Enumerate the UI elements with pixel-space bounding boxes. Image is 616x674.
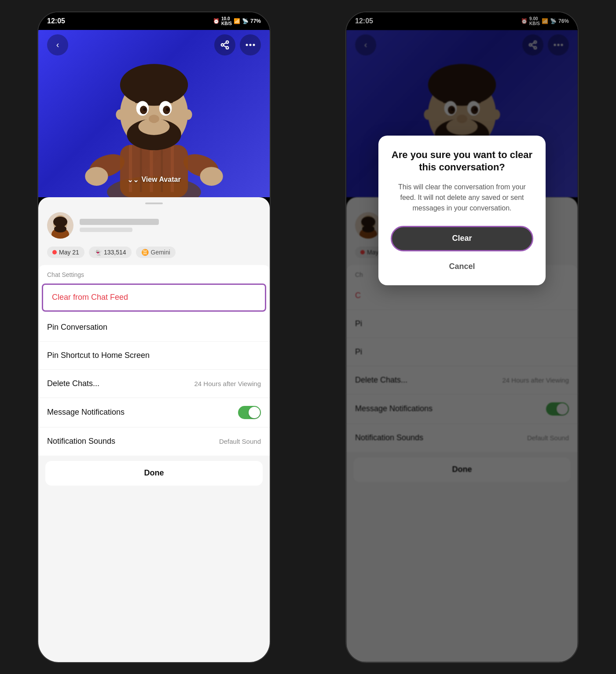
notification-sounds-item[interactable]: Notification Sounds Default Sound bbox=[38, 427, 270, 456]
time-left: 12:05 bbox=[47, 17, 65, 25]
pin-conversation-label: Pin Conversation bbox=[47, 323, 107, 332]
dialog-overlay: Are you sure you want to clear this conv… bbox=[346, 12, 578, 662]
sheet-handle-left bbox=[145, 203, 163, 204]
bottom-sheet-left: May 21 👻 133,514 ♊ Gemini Chat Settings bbox=[38, 197, 270, 662]
right-screen: 12:05 ⏰ 9.00KB/S 📶 📡 76% ‹ bbox=[346, 12, 578, 662]
settings-section-left: Chat Settings Clear from Chat Feed Pin C… bbox=[38, 265, 270, 456]
profile-sub-blurred bbox=[80, 228, 132, 232]
svg-point-5 bbox=[246, 44, 248, 46]
nav-btn-group-left bbox=[214, 34, 261, 55]
profile-info-left bbox=[80, 219, 261, 232]
score-tag-left: 👻 133,514 bbox=[89, 247, 132, 258]
svg-point-21 bbox=[120, 64, 188, 106]
zodiac-tag-left: ♊ Gemini bbox=[136, 247, 176, 258]
right-phone: 12:05 ⏰ 9.00KB/S 📶 📡 76% ‹ bbox=[345, 11, 579, 663]
left-phone-wrapper: 12:05 ⏰ 10.0KB/S 📶 📡 77% ‹ bbox=[0, 0, 308, 674]
chevron-down-icon: ⌄⌄ bbox=[127, 176, 139, 184]
profile-avatar-left bbox=[47, 212, 73, 239]
red-dot-icon bbox=[52, 250, 57, 254]
svg-point-32 bbox=[184, 109, 192, 120]
more-button-left[interactable] bbox=[240, 34, 261, 55]
svg-line-3 bbox=[224, 45, 226, 47]
profile-row-left bbox=[38, 208, 270, 243]
delete-chats-label: Delete Chats... bbox=[47, 379, 99, 388]
pin-conversation-item[interactable]: Pin Conversation bbox=[38, 313, 270, 342]
battery-left: 77% bbox=[250, 18, 261, 24]
svg-point-6 bbox=[249, 44, 252, 46]
gemini-icon: ♊ bbox=[141, 249, 149, 256]
message-notifications-item[interactable]: Message Notifications bbox=[38, 398, 270, 427]
pin-shortcut-label: Pin Shortcut to Home Screen bbox=[47, 351, 150, 360]
notification-sounds-value: Default Sound bbox=[219, 438, 261, 445]
date-tag-left: May 21 bbox=[47, 247, 84, 258]
dialog-body: This will clear the conversation from yo… bbox=[391, 182, 533, 214]
pin-shortcut-item[interactable]: Pin Shortcut to Home Screen bbox=[38, 342, 270, 370]
svg-point-30 bbox=[149, 114, 159, 123]
profile-name-blurred bbox=[80, 219, 159, 225]
status-icons-left: ⏰ 10.0KB/S 📶 📡 77% bbox=[213, 16, 261, 26]
svg-point-18 bbox=[200, 167, 223, 186]
share-button-left[interactable] bbox=[214, 34, 235, 55]
delete-chats-value: 24 Hours after Viewing bbox=[194, 380, 261, 387]
back-button-left[interactable]: ‹ bbox=[47, 34, 68, 55]
clear-chat-feed-item[interactable]: Clear from Chat Feed bbox=[42, 284, 266, 312]
ghost-icon: 👻 bbox=[94, 249, 102, 256]
signal-icon: 📡 bbox=[242, 18, 249, 24]
svg-point-17 bbox=[85, 167, 108, 186]
tags-row-left: May 21 👻 133,514 ♊ Gemini bbox=[38, 243, 270, 261]
svg-point-7 bbox=[253, 44, 255, 46]
done-button-left[interactable]: Done bbox=[45, 461, 263, 486]
dialog-cancel-button[interactable]: Cancel bbox=[445, 258, 478, 275]
view-avatar-label-left[interactable]: ⌄⌄ View Avatar bbox=[127, 176, 180, 184]
right-phone-wrapper: 12:05 ⏰ 9.00KB/S 📶 📡 76% ‹ bbox=[308, 0, 616, 674]
status-bar-left: 12:05 ⏰ 10.0KB/S 📶 📡 77% bbox=[38, 12, 270, 30]
dialog-clear-button[interactable]: Clear bbox=[391, 226, 533, 251]
svg-point-26 bbox=[143, 107, 146, 110]
svg-point-31 bbox=[116, 109, 124, 120]
clear-dialog: Are you sure you want to clear this conv… bbox=[378, 136, 546, 285]
left-phone: 12:05 ⏰ 10.0KB/S 📶 📡 77% ‹ bbox=[37, 11, 271, 663]
avatar-header-left: ‹ bbox=[38, 30, 270, 197]
clear-chat-feed-label: Clear from Chat Feed bbox=[52, 293, 128, 302]
svg-point-27 bbox=[166, 107, 169, 110]
svg-point-37 bbox=[54, 225, 66, 232]
dialog-title: Are you sure you want to clear this conv… bbox=[391, 149, 533, 174]
notifications-toggle[interactable] bbox=[238, 406, 261, 419]
data-icon: 10.0KB/S bbox=[221, 16, 232, 26]
wifi-icon: 📶 bbox=[234, 18, 240, 24]
delete-chats-item[interactable]: Delete Chats... 24 Hours after Viewing bbox=[38, 370, 270, 398]
message-notifications-label: Message Notifications bbox=[47, 408, 125, 417]
left-screen: 12:05 ⏰ 10.0KB/S 📶 📡 77% ‹ bbox=[38, 12, 270, 662]
section-title-left: Chat Settings bbox=[38, 265, 270, 282]
svg-line-4 bbox=[224, 42, 226, 44]
notification-sounds-label: Notification Sounds bbox=[47, 437, 115, 446]
nav-buttons-left: ‹ bbox=[38, 34, 270, 55]
toggle-thumb bbox=[249, 407, 260, 418]
alarm-icon: ⏰ bbox=[213, 18, 220, 24]
